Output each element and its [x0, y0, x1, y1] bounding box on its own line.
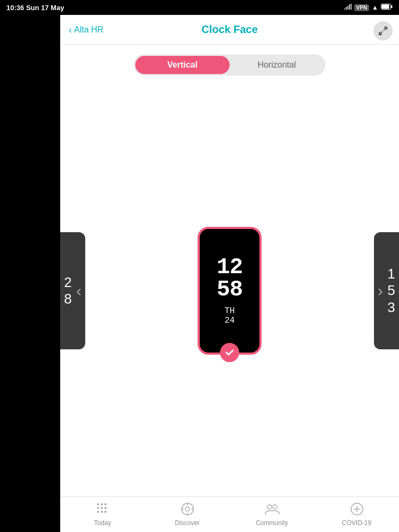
back-chevron-icon: ‹	[69, 25, 72, 35]
covid19-icon	[349, 501, 365, 517]
svg-point-7	[104, 503, 107, 505]
svg-rect-2	[391, 5, 393, 8]
select-clockface-button[interactable]	[220, 343, 239, 362]
tab-covid19-label: COVID-19	[342, 519, 371, 527]
svg-point-20	[267, 505, 272, 509]
discover-icon	[180, 501, 196, 517]
page-title: Clock Face	[201, 23, 258, 36]
status-bar: 10:36 Sun 17 May VPN ▲	[0, 0, 399, 15]
segment-vertical[interactable]: Vertical	[135, 56, 230, 74]
community-icon	[264, 501, 280, 517]
tab-covid19[interactable]: COVID-19	[314, 501, 399, 527]
battery-icon	[381, 4, 393, 11]
tab-discover-label: Discover	[175, 519, 200, 527]
svg-point-13	[104, 511, 107, 513]
tab-discover[interactable]: Discover	[145, 501, 230, 527]
vpn-badge: VPN	[354, 4, 370, 11]
svg-point-15	[185, 507, 190, 511]
clock-area: 28 ‹ 12 58 TH 24 › 153	[60, 85, 399, 496]
svg-point-5	[97, 503, 99, 505]
tab-today-label: Today	[94, 519, 111, 527]
side-panel-right-text: 153	[387, 266, 395, 316]
svg-point-8	[97, 507, 99, 509]
svg-rect-1	[382, 5, 389, 9]
direction-icon: ▲	[372, 4, 378, 11]
watch-hours: 12	[217, 256, 242, 279]
app-container: ‹ Alta HR Clock Face Vertical Horizontal…	[60, 15, 399, 532]
watch-device[interactable]: 12 58 TH 24	[198, 227, 262, 355]
svg-point-12	[101, 511, 103, 513]
segment-control: Vertical Horizontal	[134, 54, 325, 76]
tab-today[interactable]: Today	[60, 501, 145, 527]
back-label: Alta HR	[74, 25, 103, 35]
tab-community[interactable]: Community	[230, 501, 314, 527]
watch-minutes: 58	[217, 279, 242, 301]
status-icons: VPN ▲	[344, 4, 393, 12]
prev-arrow[interactable]: ‹	[71, 276, 87, 305]
watch-date: 24	[224, 316, 234, 325]
tab-community-label: Community	[256, 519, 288, 527]
back-button[interactable]: ‹ Alta HR	[69, 25, 103, 35]
svg-point-21	[273, 505, 277, 509]
svg-point-6	[101, 503, 103, 505]
collapse-button[interactable]	[373, 21, 393, 40]
svg-point-11	[97, 511, 99, 513]
segment-horizontal[interactable]: Horizontal	[230, 56, 324, 74]
svg-point-10	[104, 507, 107, 509]
watch-day: TH	[224, 306, 234, 316]
tab-bar: Today Discover	[60, 496, 399, 532]
next-arrow[interactable]: ›	[372, 276, 388, 305]
signal-icon	[344, 4, 352, 12]
today-icon	[95, 501, 111, 517]
status-time-date: 10:36 Sun 17 May	[6, 4, 64, 12]
header: ‹ Alta HR Clock Face	[60, 15, 399, 45]
svg-point-9	[101, 507, 103, 509]
